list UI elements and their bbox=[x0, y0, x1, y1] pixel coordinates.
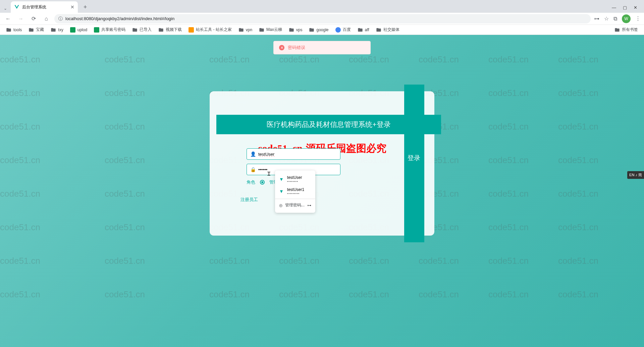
password-key-icon[interactable]: ⊶ bbox=[594, 15, 599, 22]
bookmark-item[interactable]: google bbox=[306, 26, 331, 34]
tab-title: 后台管理系统 bbox=[22, 4, 46, 10]
bookmark-label: Max云梯 bbox=[266, 27, 282, 33]
bookmark-item[interactable]: vpn bbox=[236, 26, 255, 34]
menu-button[interactable]: ⋮ bbox=[635, 15, 641, 22]
bookmark-label: 站长工具 - 站长之家 bbox=[196, 27, 232, 33]
close-window-button[interactable]: ✕ bbox=[634, 5, 637, 10]
user-icon: 👤 bbox=[250, 151, 256, 157]
bookmark-item[interactable]: 百度 bbox=[333, 26, 354, 34]
bookmark-label: vpn bbox=[246, 28, 252, 32]
suggestion-dots: ••••••••• bbox=[287, 192, 304, 195]
folder-icon bbox=[289, 27, 294, 33]
forward-button[interactable]: → bbox=[16, 14, 25, 23]
tab-search-button[interactable]: ⌄ bbox=[3, 6, 8, 13]
page-content: code51.cncode51.cncode51.cncode51.cncode… bbox=[0, 35, 644, 347]
suggestion-user: testUser bbox=[287, 175, 302, 180]
password-suggestion-dropdown: ▼testUser••••••••▼testUser1••••••••• ◎ 管… bbox=[275, 170, 315, 213]
site-icon bbox=[70, 27, 75, 33]
folder-icon bbox=[309, 27, 314, 33]
accent-vertical bbox=[404, 85, 424, 242]
error-icon: ✕ bbox=[279, 45, 284, 50]
key-icon: ⊶ bbox=[307, 203, 311, 208]
bookmark-item[interactable]: uplod bbox=[67, 26, 90, 34]
all-bookmarks-label: 所有书签 bbox=[622, 27, 638, 33]
site-info-icon[interactable]: ⓘ bbox=[58, 16, 63, 22]
folder-icon bbox=[29, 27, 34, 33]
bookmark-item[interactable]: vps bbox=[286, 26, 305, 34]
minimize-button[interactable]: — bbox=[612, 5, 616, 10]
bookmarks-bar: tools宝藏txyuplod共享账号密码已导入视频下载站长工具 - 站长之家v… bbox=[0, 25, 644, 35]
vue-icon: ▼ bbox=[279, 189, 284, 194]
bookmark-item[interactable]: 宝藏 bbox=[26, 26, 47, 34]
bookmark-label: 视频下载 bbox=[166, 27, 182, 33]
suggestion-user: testUser1 bbox=[287, 187, 304, 192]
bookmark-label: aff bbox=[365, 28, 369, 32]
address-bar[interactable]: ⓘ localhost:8080/djangoqkby2/admin/dist/… bbox=[54, 14, 591, 23]
vue-icon: ▼ bbox=[279, 177, 284, 182]
username-input[interactable] bbox=[258, 152, 337, 157]
folder-icon bbox=[376, 27, 381, 33]
site-icon bbox=[189, 27, 194, 33]
folder-icon bbox=[614, 27, 620, 33]
role-radio-admin[interactable] bbox=[260, 180, 265, 185]
lock-icon: 🔒 bbox=[250, 167, 256, 172]
back-button[interactable]: ← bbox=[3, 14, 13, 23]
register-link[interactable]: 注册员工 bbox=[240, 197, 258, 203]
folder-icon bbox=[358, 27, 363, 33]
reload-button[interactable]: ⟳ bbox=[29, 14, 38, 23]
login-title: 医疗机构药品及耗材信息管理系统+登录 bbox=[267, 120, 390, 129]
bookmark-label: 已导入 bbox=[140, 27, 152, 33]
error-toast: ✕ 密码错误 bbox=[273, 41, 371, 54]
browser-tab-strip: ⌄ 后台管理系统 ✕ + — ▢ ✕ bbox=[0, 0, 644, 13]
maximize-button[interactable]: ▢ bbox=[623, 5, 627, 10]
folder-icon bbox=[238, 27, 244, 33]
window-controls: — ▢ ✕ bbox=[608, 5, 641, 13]
browser-tab[interactable]: 后台管理系统 ✕ bbox=[11, 1, 78, 13]
manage-passwords-item[interactable]: ◎ 管理密码... ⊶ bbox=[275, 200, 315, 210]
bookmark-label: txy bbox=[58, 28, 63, 32]
address-bar-row: ← → ⟳ ⌂ ⓘ localhost:8080/djangoqkby2/adm… bbox=[0, 13, 644, 25]
username-row: 👤 bbox=[247, 148, 340, 160]
password-suggestion-item[interactable]: ▼testUser1••••••••• bbox=[275, 185, 315, 197]
suggestion-dots: •••••••• bbox=[287, 180, 302, 183]
bookmark-label: uplod bbox=[77, 28, 87, 32]
manage-passwords-label: 管理密码... bbox=[285, 202, 305, 208]
bookmark-item[interactable]: tools bbox=[3, 26, 24, 34]
error-message: 密码错误 bbox=[288, 45, 305, 51]
bookmark-item[interactable]: 社交媒体 bbox=[373, 26, 402, 34]
bookmark-label: 百度 bbox=[343, 27, 351, 33]
tab-close-button[interactable]: ✕ bbox=[70, 4, 74, 10]
chrome-icon: ◎ bbox=[279, 203, 282, 208]
login-card: 医疗机构药品及耗材信息管理系统+登录 登录 code51. cn-源码乐园盗图必… bbox=[210, 91, 434, 236]
folder-icon bbox=[51, 27, 56, 33]
bookmark-label: tools bbox=[13, 28, 22, 32]
bookmark-item[interactable]: 视频下载 bbox=[156, 26, 184, 34]
bookmark-label: vps bbox=[296, 28, 303, 32]
url-text: localhost:8080/djangoqkby2/admin/dist/in… bbox=[65, 16, 174, 21]
bookmark-label: 社交媒体 bbox=[383, 27, 399, 33]
bookmark-item[interactable]: 共享账号密码 bbox=[91, 26, 128, 34]
all-bookmarks-button[interactable]: 所有书签 bbox=[612, 26, 641, 34]
home-button[interactable]: ⌂ bbox=[42, 14, 51, 23]
folder-icon bbox=[6, 27, 11, 33]
vue-icon bbox=[14, 4, 19, 10]
password-suggestion-item[interactable]: ▼testUser•••••••• bbox=[275, 173, 315, 185]
bookmark-item[interactable]: 已导入 bbox=[129, 26, 154, 34]
bookmark-item[interactable]: 站长工具 - 站长之家 bbox=[186, 26, 234, 34]
extensions-icon[interactable]: ⧉ bbox=[613, 16, 617, 22]
bookmark-label: 宝藏 bbox=[36, 27, 44, 33]
new-tab-button[interactable]: + bbox=[80, 2, 90, 12]
folder-icon bbox=[132, 27, 138, 33]
site-icon bbox=[94, 27, 99, 33]
bookmark-label: 共享账号密码 bbox=[101, 27, 125, 33]
bookmark-item[interactable]: Max云梯 bbox=[256, 26, 285, 34]
role-label: 角色 bbox=[247, 179, 255, 185]
site-icon bbox=[335, 27, 341, 33]
profile-avatar[interactable]: W bbox=[622, 14, 631, 23]
bookmark-star-icon[interactable]: ☆ bbox=[604, 15, 609, 22]
folder-icon bbox=[259, 27, 264, 33]
bookmark-label: google bbox=[316, 28, 328, 32]
ime-indicator[interactable]: EN ♪ 简 bbox=[627, 171, 644, 179]
bookmark-item[interactable]: txy bbox=[48, 26, 66, 34]
bookmark-item[interactable]: aff bbox=[355, 26, 372, 34]
